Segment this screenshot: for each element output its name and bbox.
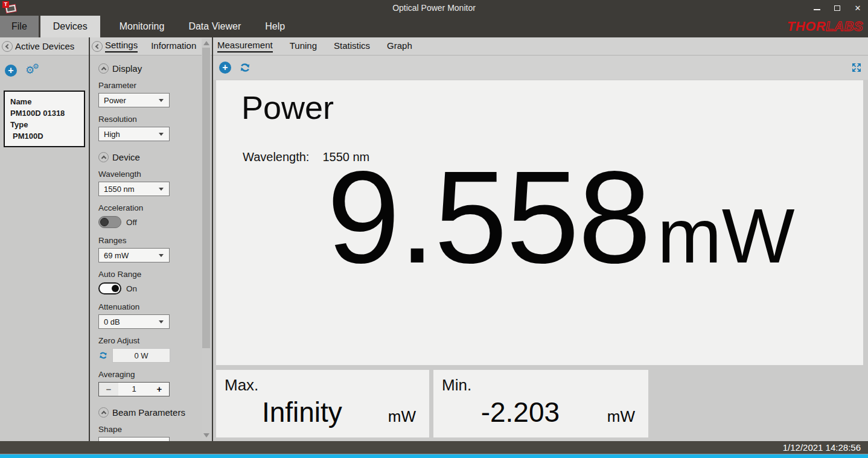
- reading-value: 9.558: [327, 169, 651, 266]
- chevron-down-icon: [159, 320, 164, 323]
- chevron-down-icon: [159, 133, 164, 136]
- acceleration-state: Off: [126, 218, 137, 227]
- window-title: Optical Power Monitor: [0, 3, 868, 13]
- zero-adjust-field[interactable]: 0 W: [112, 348, 170, 363]
- ranges-select[interactable]: 69 mW: [98, 248, 170, 262]
- collapse-section-icon: [98, 152, 109, 162]
- increment-button[interactable]: +: [150, 383, 169, 396]
- chevron-down-icon: [159, 188, 164, 191]
- chevron-down-icon: [159, 254, 164, 257]
- collapse-settings-button[interactable]: [92, 41, 103, 52]
- active-devices-title: Active Devices: [15, 41, 74, 51]
- add-measurement-button[interactable]: +: [219, 62, 231, 74]
- acceleration-toggle[interactable]: [98, 216, 121, 228]
- devices-toolbar: + ⚙ ⚙: [0, 56, 89, 80]
- tab-graph[interactable]: Graph: [387, 40, 412, 52]
- measurement-tabs: Measurement Tuning Statistics Graph: [213, 37, 868, 56]
- minimize-icon: [814, 9, 820, 10]
- expand-icon: [850, 61, 863, 74]
- scroll-up-arrow[interactable]: [203, 41, 209, 45]
- chevron-down-icon: [159, 99, 164, 102]
- chevron-up-icon: [101, 156, 106, 161]
- power-reading-card: Power Wavelength: 1550 nm 9.558 mW: [216, 80, 863, 365]
- decrement-button[interactable]: –: [99, 383, 118, 396]
- toggle-knob: [112, 285, 119, 292]
- menu-devices[interactable]: Devices: [40, 16, 100, 37]
- menu-monitoring[interactable]: Monitoring: [107, 16, 177, 37]
- menu-help[interactable]: Help: [253, 16, 297, 37]
- resolution-select[interactable]: High: [98, 127, 170, 141]
- scrollbar-thumb[interactable]: [202, 48, 210, 348]
- tab-statistics[interactable]: Statistics: [334, 40, 370, 52]
- chevron-left-icon: [5, 43, 10, 48]
- tab-tuning[interactable]: Tuning: [290, 40, 317, 52]
- max-label: Max.: [216, 370, 429, 395]
- chevron-up-icon: [101, 411, 106, 416]
- parameter-select[interactable]: Power: [98, 93, 170, 107]
- menu-file[interactable]: File: [0, 16, 39, 37]
- zero-adjust-refresh-icon[interactable]: [98, 351, 108, 360]
- device-name-value: PM100D 01318: [10, 107, 78, 119]
- reading-value-row: 9.558 mW: [237, 169, 868, 284]
- minimize-button[interactable]: [806, 0, 827, 16]
- scroll-down-arrow[interactable]: [203, 433, 209, 437]
- expand-button[interactable]: [850, 61, 863, 77]
- min-box: Min. -2.203 mW: [433, 370, 648, 437]
- device-type-label: Type: [10, 119, 78, 130]
- thorlabs-logo: THORLABS: [787, 19, 863, 34]
- add-device-button[interactable]: +: [5, 65, 17, 77]
- maximize-icon: [834, 5, 840, 11]
- shape-label: Shape: [98, 425, 202, 434]
- taskbar-strip: [0, 454, 868, 458]
- device-card[interactable]: Name PM100D 01318 Type PM100D: [4, 91, 85, 147]
- datetime: 1/12/2021 14:28:56: [783, 442, 861, 453]
- reading-unit: mW: [657, 188, 794, 284]
- maximize-button[interactable]: [827, 0, 847, 16]
- max-unit: mW: [388, 407, 429, 426]
- attenuation-label: Attenuation: [98, 302, 202, 311]
- parameter-label: Parameter: [98, 81, 202, 90]
- settings-panel: Settings Information Display Parameter P…: [90, 37, 212, 441]
- measurement-toolbar: +: [213, 56, 868, 80]
- settings-scrollbar[interactable]: [202, 39, 211, 440]
- device-settings-icon[interactable]: ⚙ ⚙: [25, 64, 41, 77]
- toggle-knob: [100, 218, 109, 226]
- settings-scroll-area: Display Parameter Power Resolution High …: [90, 56, 202, 441]
- active-devices-header: Active Devices: [0, 37, 89, 56]
- tab-measurement[interactable]: Measurement: [217, 40, 273, 52]
- auto-range-state: On: [126, 284, 137, 293]
- menu-data-viewer[interactable]: Data Viewer: [176, 16, 253, 37]
- attenuation-select[interactable]: 0 dB: [98, 314, 170, 329]
- tab-settings[interactable]: Settings: [105, 40, 138, 52]
- auto-range-toggle[interactable]: [98, 282, 121, 294]
- menubar: File Devices Monitoring Data Viewer Help…: [0, 16, 868, 37]
- active-devices-panel: Active Devices + ⚙ ⚙ Name PM100D 01318 T…: [0, 37, 89, 441]
- window-controls: ✕: [806, 0, 868, 16]
- averaging-stepper: – 1 +: [98, 382, 170, 396]
- min-value: -2.203: [433, 396, 607, 428]
- close-button[interactable]: ✕: [847, 0, 868, 16]
- refresh-button[interactable]: [239, 62, 251, 74]
- collapse-section-icon: [98, 63, 109, 74]
- collapse-panel-button[interactable]: [2, 41, 13, 52]
- status-bar: 1/12/2021 14:28:56: [0, 441, 868, 454]
- titlebar: T Optical Power Monitor ✕: [0, 0, 868, 16]
- beam-parameters-section-header[interactable]: Beam Parameters: [98, 407, 202, 418]
- tab-information[interactable]: Information: [151, 40, 196, 52]
- ranges-label: Ranges: [98, 236, 202, 245]
- thorlabs-app-icon: T: [2, 1, 18, 14]
- chevron-left-icon: [95, 43, 100, 48]
- resolution-label: Resolution: [98, 115, 202, 124]
- display-section-header[interactable]: Display: [98, 63, 202, 74]
- device-section-header[interactable]: Device: [98, 152, 202, 162]
- max-value: Infinity: [216, 396, 388, 428]
- app-icon-t: T: [2, 1, 9, 8]
- collapse-section-icon: [98, 407, 109, 418]
- auto-range-label: Auto Range: [98, 270, 202, 279]
- averaging-label: Averaging: [98, 370, 202, 379]
- device-type-value: PM100D: [10, 130, 78, 142]
- wavelength-select[interactable]: 1550 nm: [98, 182, 170, 196]
- max-box: Max. Infinity mW: [216, 370, 429, 437]
- zero-adjust-label: Zero Adjust: [98, 336, 202, 345]
- min-label: Min.: [433, 370, 648, 395]
